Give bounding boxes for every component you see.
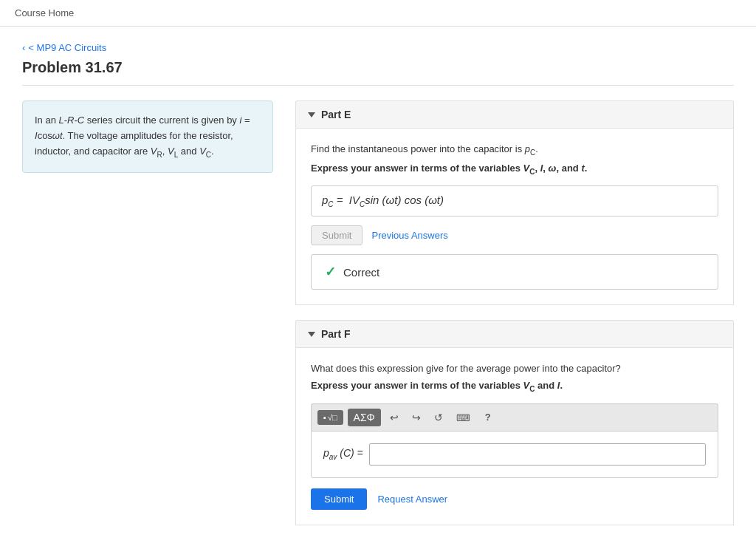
content-area: ‹ < MP9 AC Circuits Problem 31.67 In an …: [0, 27, 756, 549]
math-toolbar: ▪ √□ ΑΣΦ ↩ ↪: [311, 403, 718, 431]
fractions-label: √□: [328, 413, 337, 422]
keyboard-icon: ⌨: [456, 412, 470, 423]
part-e-prev-answers-link[interactable]: Previous Answers: [371, 230, 447, 241]
redo-toolbar-button[interactable]: ↪: [408, 409, 425, 426]
main-layout: In an L-R-C series circuit the current i…: [22, 100, 734, 540]
breadcrumb-label: < MP9 AC Circuits: [28, 42, 106, 53]
part-e-chevron-icon: [308, 112, 315, 117]
fractions-toolbar-button[interactable]: ▪ √□: [317, 410, 343, 425]
part-e-question: Find the instantaneous power into the ca…: [311, 143, 718, 157]
context-text: In an L-R-C series circuit the current i…: [35, 115, 250, 157]
reset-toolbar-button[interactable]: ↺: [430, 409, 447, 426]
correct-label: Correct: [343, 266, 379, 279]
part-e-label: Part E: [321, 109, 351, 120]
part-f-submit-row: Submit Request Answer: [311, 488, 718, 510]
top-bar: Course Home: [0, 0, 756, 27]
part-f-express: Express your answer in terms of the vari…: [311, 380, 718, 393]
problem-context: In an L-R-C series circuit the current i…: [22, 100, 273, 173]
back-link[interactable]: ‹ < MP9 AC Circuits: [22, 42, 106, 53]
keyboard-toolbar-button[interactable]: ⌨: [452, 409, 475, 426]
fractions-icon: ▪: [323, 413, 326, 422]
part-e-answer-box: pC = IVCsin (ωt) cos (ωt): [311, 185, 718, 216]
math-input-area: pav (C) =: [311, 431, 718, 478]
part-f-label: Part F: [321, 328, 351, 340]
help-toolbar-button[interactable]: ?: [479, 409, 497, 426]
checkmark-icon: ✓: [325, 264, 336, 280]
part-f-math-editor: ▪ √□ ΑΣΦ ↩ ↪: [311, 403, 718, 478]
symbols-toolbar-button[interactable]: ΑΣΦ: [348, 409, 381, 426]
part-e-correct-banner: ✓ Correct: [311, 254, 718, 290]
problem-title: Problem 31.67: [22, 59, 734, 86]
part-e-express: Express your answer in terms of the vari…: [311, 163, 718, 176]
back-arrow-icon: ‹: [22, 42, 25, 53]
course-home-label: Course Home: [15, 7, 74, 18]
part-f-question: What does this expression give for the a…: [311, 363, 718, 374]
part-e-section: Part E Find the instantaneous power into…: [295, 100, 734, 305]
part-e-action-row: Submit Previous Answers: [311, 225, 718, 245]
part-f-section: Part F What does this expression give fo…: [295, 320, 734, 525]
part-e-body: Find the instantaneous power into the ca…: [295, 129, 734, 305]
symbols-label: ΑΣΦ: [354, 412, 375, 423]
part-f-answer-input[interactable]: [369, 443, 706, 466]
undo-toolbar-button[interactable]: ↩: [385, 409, 403, 426]
parts-area: Part E Find the instantaneous power into…: [295, 100, 734, 540]
part-e-header[interactable]: Part E: [295, 100, 734, 129]
reset-icon: ↺: [434, 412, 443, 423]
part-f-header[interactable]: Part F: [295, 320, 734, 348]
part-f-submit-button[interactable]: Submit: [311, 488, 367, 510]
part-e-formula: pC = IVCsin (ωt) cos (ωt): [322, 194, 444, 206]
redo-icon: ↪: [412, 412, 421, 423]
part-f-body: What does this expression give for the a…: [295, 348, 734, 525]
part-e-submit-button[interactable]: Submit: [311, 225, 362, 245]
undo-icon: ↩: [390, 412, 399, 423]
help-icon: ?: [485, 412, 491, 423]
part-f-request-answer-link[interactable]: Request Answer: [377, 494, 447, 505]
part-f-answer-label: pav (C) =: [323, 447, 363, 461]
part-f-chevron-icon: [308, 332, 315, 337]
